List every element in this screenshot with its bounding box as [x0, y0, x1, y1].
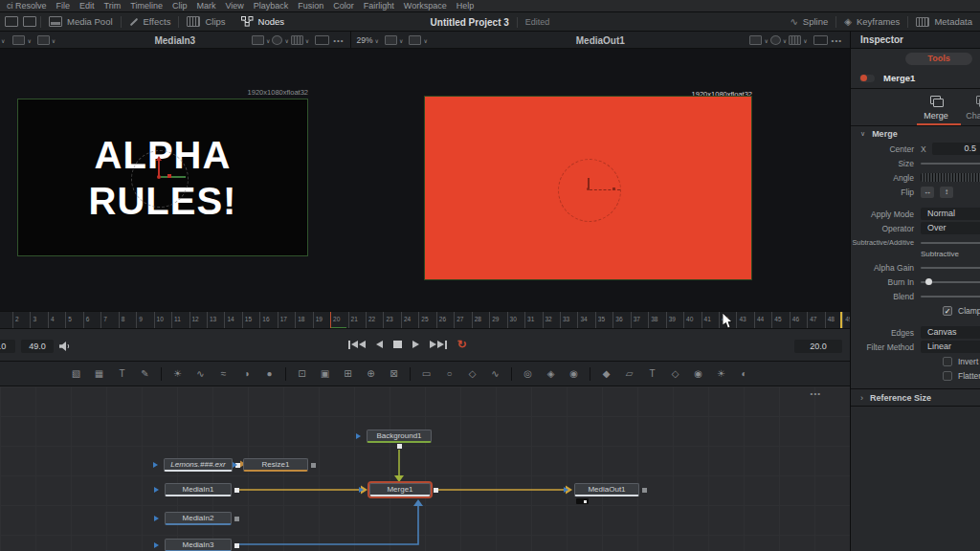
channel-booleans-tool-icon[interactable]: ⊞ [341, 366, 355, 381]
view-indicator[interactable] [154, 516, 159, 521]
node-output-connector[interactable] [234, 543, 239, 548]
brightness-contrast-tool-icon[interactable]: ◑ [239, 366, 254, 381]
tab-tools[interactable]: Tools [905, 53, 972, 65]
node-output-connector[interactable] [642, 488, 647, 493]
channel-select[interactable]: ∨ [749, 35, 769, 45]
buffer-a-select[interactable]: ∨ [385, 35, 405, 45]
left-viewer-frame[interactable]: ALPHA RULES! [17, 99, 308, 256]
shape-3d-tool-icon[interactable]: ◇ [668, 366, 682, 381]
invert-tr-checkbox[interactable] [943, 357, 952, 366]
view-indicator[interactable] [359, 487, 364, 493]
viewer-options-icon[interactable]: ••• [832, 36, 842, 45]
buffer-a-select[interactable]: ∨ [12, 35, 33, 45]
tab-merge[interactable]: Merge [914, 92, 958, 121]
go-first-frame-button[interactable] [348, 341, 366, 349]
alpha-gain-slider[interactable] [921, 267, 980, 269]
ruler-frame-49[interactable]: 49 [842, 312, 850, 328]
node-output-connector[interactable] [311, 463, 316, 468]
ruler-frame-40[interactable]: 40 [683, 312, 701, 328]
node-resize1[interactable]: Resize1 [243, 458, 308, 472]
node-output-connector[interactable] [434, 488, 438, 493]
flip-vertical-button[interactable]: ↕ [940, 187, 953, 198]
zoom-level-select[interactable]: 29%∨ [357, 35, 381, 45]
ruler-frame-23[interactable]: 23 [383, 312, 400, 328]
effects-button[interactable]: Effects [122, 16, 179, 27]
play-button[interactable] [412, 341, 419, 348]
edges-dropdown[interactable]: Canvas [921, 326, 980, 339]
center-x-field[interactable]: 0.5 [932, 143, 980, 155]
ruler-frame-9[interactable]: 9 [136, 312, 153, 328]
menu-edit[interactable]: Edit [75, 1, 100, 11]
page-icon-2[interactable] [23, 16, 36, 27]
color-curves-tool-icon[interactable]: ∿ [193, 366, 208, 381]
menu-clip[interactable]: Clip [167, 1, 192, 11]
ruler-frame-15[interactable]: 15 [242, 312, 259, 328]
menu-workspace[interactable]: Workspace [399, 1, 452, 11]
planar-tracker-tool-icon[interactable]: ◈ [544, 366, 558, 381]
resize-tool-icon[interactable]: ⊠ [387, 366, 401, 381]
menu-fairlight[interactable]: Fairlight [359, 1, 399, 11]
transform-widget[interactable] [425, 97, 751, 279]
buffer-b-select[interactable]: ∨ [409, 35, 429, 45]
ruler-frame-8[interactable]: 8 [119, 312, 136, 328]
camera-tracker-tool-icon[interactable]: ◉ [567, 366, 581, 381]
ellipse-mask-tool-icon[interactable]: ○ [442, 366, 457, 381]
menu-view[interactable]: View [220, 1, 248, 11]
reference-size-section[interactable]: › Reference Size [851, 388, 980, 407]
roi-button[interactable] [813, 35, 828, 45]
blur-tool-icon[interactable]: ● [262, 366, 277, 381]
ruler-frame-2[interactable]: 2 [12, 312, 30, 328]
ruler-frame-46[interactable]: 46 [790, 312, 807, 328]
ruler-frame-32[interactable]: 32 [543, 312, 560, 328]
ruler-frame-30[interactable]: 30 [507, 312, 524, 328]
paint-tool-icon[interactable]: ✎ [138, 366, 152, 381]
roi-button[interactable] [315, 35, 329, 45]
node-output-connector[interactable] [234, 517, 239, 521]
fast-noise-tool-icon[interactable]: ▦ [92, 366, 106, 381]
ruler-frame-25[interactable]: 25 [418, 312, 435, 328]
node-editor-options-icon[interactable]: ••• [811, 389, 821, 398]
go-last-frame-button[interactable] [430, 341, 447, 349]
ruler-frame-18[interactable]: 18 [295, 312, 312, 328]
lut-select[interactable]: ∨ [272, 35, 290, 45]
flip-horizontal-button[interactable]: ↔ [921, 187, 934, 198]
menu-mark[interactable]: Mark [191, 1, 220, 11]
light-3d-tool-icon[interactable]: ☀ [714, 366, 728, 381]
play-reverse-button[interactable] [376, 341, 383, 348]
view-indicator[interactable] [564, 487, 568, 493]
node-enable-toggle[interactable] [859, 75, 875, 82]
burn-in-slider[interactable] [921, 281, 980, 283]
transform-tool-icon[interactable]: ⊕ [364, 366, 378, 381]
node-output-connector[interactable] [234, 488, 239, 493]
ruler-frame-14[interactable]: 14 [224, 312, 241, 328]
operator-dropdown[interactable]: Over [921, 222, 980, 234]
menu-color[interactable]: Color [328, 1, 359, 11]
menu-file[interactable]: File [52, 1, 76, 11]
menu-playback[interactable]: Playback [249, 1, 294, 11]
ruler-frame-19[interactable]: 19 [313, 312, 330, 328]
view-indicator[interactable] [153, 462, 158, 468]
ruler-frame-48[interactable]: 48 [825, 312, 842, 328]
ruler-frame-38[interactable]: 38 [648, 312, 665, 328]
node-output-connector[interactable] [397, 444, 402, 449]
flatten-t-checkbox[interactable] [943, 371, 952, 381]
range-end-field[interactable]: 49.0 [21, 340, 54, 353]
text-3d-tool-icon[interactable]: T [645, 366, 659, 381]
range-start-field[interactable]: 0.0 [0, 340, 15, 353]
ruler-frame-45[interactable]: 45 [771, 312, 789, 328]
ruler-frame-44[interactable]: 44 [754, 312, 771, 328]
node-mediain2[interactable]: MediaIn2 [165, 512, 232, 525]
renderer-3d-tool-icon[interactable]: ◐ [737, 366, 751, 381]
ruler-frame-29[interactable]: 29 [489, 312, 506, 328]
metadata-button[interactable]: Metadata [908, 16, 980, 27]
ruler-frame-17[interactable]: 17 [278, 312, 295, 328]
ruler-frame-6[interactable]: 6 [83, 312, 100, 328]
ruler-frame-11[interactable]: 11 [171, 312, 189, 328]
lut-select[interactable]: ∨ [770, 35, 789, 45]
guides-select[interactable]: ∨ [789, 35, 809, 45]
ruler-frame-3[interactable]: 3 [30, 312, 47, 328]
background-tool-icon[interactable]: ▧ [69, 366, 83, 381]
tab-channel[interactable]: Channel [960, 92, 980, 121]
text-tool-icon[interactable]: T [115, 366, 129, 381]
matte-control-tool-icon[interactable]: ▣ [318, 366, 332, 381]
